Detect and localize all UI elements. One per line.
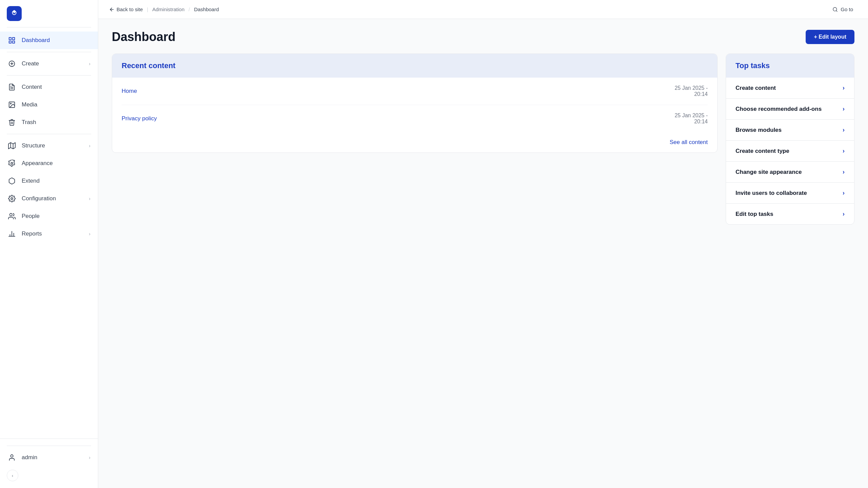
sidebar-item-label: Media bbox=[22, 101, 90, 108]
admin-icon bbox=[7, 453, 16, 462]
chevron-right-icon: › bbox=[89, 231, 90, 237]
extend-icon bbox=[7, 177, 16, 185]
arrow-left-icon bbox=[109, 7, 115, 12]
sidebar-logo-area bbox=[0, 0, 98, 27]
sidebar-item-label: Reports bbox=[22, 230, 89, 237]
content-item-date: 25 Jan 2025 -20:14 bbox=[675, 85, 708, 97]
configuration-icon bbox=[7, 194, 16, 203]
task-chevron-icon: › bbox=[843, 147, 845, 155]
task-chevron-icon: › bbox=[843, 126, 845, 134]
task-label: Create content type bbox=[736, 148, 789, 155]
breadcrumb-admin[interactable]: Administration bbox=[152, 6, 184, 12]
content-item-link[interactable]: Privacy policy bbox=[122, 115, 157, 122]
see-all-row: See all content bbox=[112, 132, 717, 152]
content-list: Home 25 Jan 2025 -20:14 Privacy policy 2… bbox=[112, 78, 717, 132]
task-item-create-content[interactable]: Create content › bbox=[726, 78, 854, 99]
task-chevron-icon: › bbox=[843, 168, 845, 176]
chevron-right-icon: › bbox=[89, 61, 90, 66]
sidebar-item-people[interactable]: People bbox=[0, 207, 98, 225]
task-item-browse-modules[interactable]: Browse modules › bbox=[726, 120, 854, 141]
breadcrumb-sep: / bbox=[189, 6, 190, 12]
search-icon bbox=[832, 7, 838, 12]
dashboard-icon bbox=[7, 36, 16, 45]
appearance-icon bbox=[7, 159, 16, 168]
content-item-date: 25 Jan 2025 -20:14 bbox=[675, 113, 708, 125]
sidebar-item-label: Extend bbox=[22, 178, 90, 184]
content-item-link[interactable]: Home bbox=[122, 88, 137, 95]
page-header: Dashboard + Edit layout bbox=[112, 30, 854, 44]
sidebar-item-dashboard[interactable]: Dashboard bbox=[0, 32, 98, 49]
sidebar-item-label: Configuration bbox=[22, 195, 89, 202]
task-item-edit-top-tasks[interactable]: Edit top tasks › bbox=[726, 204, 854, 224]
back-to-site-link[interactable]: Back to site bbox=[109, 6, 143, 12]
sidebar-item-structure[interactable]: Structure › bbox=[0, 137, 98, 155]
sidebar-collapse-button[interactable]: ‹ bbox=[7, 470, 18, 481]
task-label: Change site appearance bbox=[736, 169, 802, 176]
task-label: Create content bbox=[736, 85, 776, 92]
breadcrumb-current: Dashboard bbox=[194, 6, 219, 12]
top-tasks-header: Top tasks bbox=[726, 54, 854, 78]
sidebar-item-appearance[interactable]: Appearance bbox=[0, 155, 98, 172]
recent-content-title: Recent content bbox=[122, 61, 708, 70]
task-label: Browse modules bbox=[736, 127, 782, 134]
task-label: Edit top tasks bbox=[736, 211, 773, 218]
task-item-change-appearance[interactable]: Change site appearance › bbox=[726, 162, 854, 183]
svg-point-16 bbox=[10, 214, 12, 216]
task-item-create-content-type[interactable]: Create content type › bbox=[726, 141, 854, 162]
see-all-content-link[interactable]: See all content bbox=[670, 139, 708, 145]
svg-point-10 bbox=[10, 103, 11, 104]
sidebar-item-content[interactable]: Content bbox=[0, 78, 98, 96]
chevron-right-icon: › bbox=[89, 196, 90, 201]
svg-rect-3 bbox=[13, 41, 15, 43]
sidebar-item-label: People bbox=[22, 213, 90, 220]
people-icon bbox=[7, 212, 16, 221]
media-icon bbox=[7, 100, 16, 109]
content-area: Dashboard + Edit layout Recent content H… bbox=[98, 19, 868, 488]
sidebar-item-configuration[interactable]: Configuration › bbox=[0, 190, 98, 207]
sidebar-item-label: Appearance bbox=[22, 160, 90, 167]
goto-label: Go to bbox=[841, 6, 853, 12]
goto-button[interactable]: Go to bbox=[828, 4, 857, 14]
structure-icon bbox=[7, 141, 16, 150]
task-chevron-icon: › bbox=[843, 84, 845, 92]
svg-point-21 bbox=[11, 455, 13, 457]
task-label: Choose recommended add-ons bbox=[736, 106, 822, 113]
main-content: Back to site | Administration / Dashboar… bbox=[98, 0, 868, 488]
sidebar-item-create[interactable]: Create › bbox=[0, 55, 98, 73]
sidebar: Dashboard Create › Content bbox=[0, 0, 98, 488]
task-label: Invite users to collaborate bbox=[736, 190, 807, 197]
sidebar-item-extend[interactable]: Extend bbox=[0, 172, 98, 190]
recent-content-header: Recent content bbox=[112, 54, 717, 78]
svg-rect-0 bbox=[9, 38, 11, 40]
task-chevron-icon: › bbox=[843, 105, 845, 113]
content-item: Home 25 Jan 2025 -20:14 bbox=[122, 78, 708, 105]
create-icon bbox=[7, 59, 16, 68]
dashboard-grid: Recent content Home 25 Jan 2025 -20:14 P… bbox=[112, 54, 854, 225]
trash-icon bbox=[7, 118, 16, 127]
sidebar-item-media[interactable]: Media bbox=[0, 96, 98, 114]
edit-layout-button[interactable]: + Edit layout bbox=[806, 30, 854, 44]
svg-rect-1 bbox=[13, 38, 15, 40]
task-item-invite-users[interactable]: Invite users to collaborate › bbox=[726, 183, 854, 204]
content-item: Privacy policy 25 Jan 2025 -20:14 bbox=[122, 105, 708, 132]
nav-divider-3 bbox=[7, 134, 91, 134]
sidebar-item-label: Structure bbox=[22, 142, 89, 149]
svg-marker-11 bbox=[8, 143, 15, 149]
svg-rect-2 bbox=[9, 41, 11, 43]
svg-line-24 bbox=[836, 11, 837, 12]
sidebar-item-label: Create bbox=[22, 60, 89, 67]
chevron-right-icon: › bbox=[89, 143, 90, 148]
reports-icon bbox=[7, 229, 16, 238]
svg-point-15 bbox=[11, 198, 13, 200]
sidebar-item-label: Content bbox=[22, 84, 90, 90]
sidebar-item-reports[interactable]: Reports › bbox=[0, 225, 98, 243]
top-tasks-title: Top tasks bbox=[736, 61, 845, 70]
sidebar-nav: Dashboard Create › Content bbox=[0, 27, 98, 439]
drupal-logo[interactable] bbox=[7, 6, 22, 21]
sidebar-item-trash[interactable]: Trash bbox=[0, 114, 98, 131]
nav-divider-1 bbox=[7, 52, 91, 52]
sidebar-item-label: Dashboard bbox=[22, 37, 90, 44]
sidebar-item-admin[interactable]: admin › bbox=[0, 449, 98, 466]
task-item-addons[interactable]: Choose recommended add-ons › bbox=[726, 99, 854, 120]
task-chevron-icon: › bbox=[843, 189, 845, 197]
